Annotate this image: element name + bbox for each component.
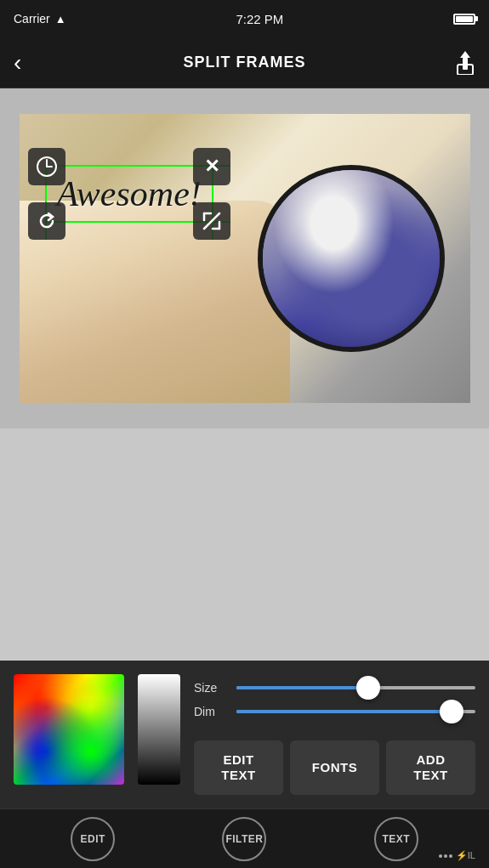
status-left: Carrier ▲	[14, 12, 66, 26]
carrier-label: Carrier	[14, 12, 50, 26]
circle-overlay[interactable]	[258, 165, 445, 352]
share-icon	[455, 51, 475, 75]
dim-label: Dim	[194, 705, 228, 718]
dim-slider-fill	[236, 710, 452, 713]
handle-close[interactable]: ✕	[193, 148, 230, 185]
dim-slider-track[interactable]	[236, 710, 475, 713]
dim-slider-row: Dim	[194, 705, 475, 718]
edit-tab-circle[interactable]: EDIT	[71, 817, 115, 861]
canvas-area: ✕ Awesome!	[0, 88, 489, 428]
text-tab-label: TEXT	[382, 833, 410, 845]
handle-timer[interactable]	[28, 148, 65, 185]
text-overlay-container[interactable]: ✕ Awesome!	[45, 165, 213, 223]
tab-filter[interactable]: FILTER	[222, 817, 266, 861]
status-bar: Carrier ▲ 7:22 PM	[0, 0, 489, 37]
wifi-icon: ▲	[55, 13, 66, 26]
svg-marker-1	[460, 51, 470, 58]
nav-bar: ‹ SPLIT FRAMES	[0, 37, 489, 88]
back-arrow-icon: ‹	[14, 49, 21, 77]
share-button[interactable]	[441, 51, 475, 75]
close-icon: ✕	[204, 156, 219, 178]
circle-photo	[263, 170, 440, 347]
filter-tab-label: FILTER	[225, 833, 263, 845]
status-right	[453, 14, 475, 25]
battery-icon	[453, 14, 475, 25]
add-text-button[interactable]: ADD TEXT	[386, 740, 475, 795]
controls-row: Size Dim EDIT TEXT FON	[14, 674, 475, 795]
watermark: ⚡IL	[439, 850, 475, 861]
size-slider-track[interactable]	[236, 686, 475, 689]
bottom-panel: Size Dim EDIT TEXT FON	[0, 661, 489, 808]
tab-edit[interactable]: EDIT	[71, 817, 115, 861]
back-button[interactable]: ‹	[14, 49, 48, 77]
overlay-text[interactable]: Awesome!	[57, 174, 202, 213]
tab-bar: EDIT FILTER TEXT ⚡IL	[0, 808, 489, 868]
gray-gradient[interactable]	[138, 674, 180, 785]
color-picker[interactable]	[14, 674, 124, 785]
sliders-section: Size Dim EDIT TEXT FON	[194, 674, 475, 795]
size-slider-thumb[interactable]	[356, 676, 380, 700]
edit-tab-label: EDIT	[80, 833, 105, 845]
fonts-button[interactable]: FONTS	[290, 740, 379, 795]
dim-slider-thumb[interactable]	[440, 700, 463, 723]
watermark-dots	[439, 854, 452, 858]
svg-line-4	[204, 213, 219, 229]
handle-refresh[interactable]	[28, 202, 65, 240]
size-slider-row: Size	[194, 681, 475, 695]
text-tab-circle[interactable]: TEXT	[374, 817, 418, 861]
size-label: Size	[194, 681, 228, 695]
status-time: 7:22 PM	[236, 12, 283, 26]
selection-box[interactable]: ✕ Awesome!	[45, 165, 213, 223]
refresh-icon	[36, 210, 58, 232]
image-container[interactable]: ✕ Awesome!	[20, 114, 470, 403]
tab-text[interactable]: TEXT	[374, 817, 418, 861]
edit-text-button[interactable]: EDIT TEXT	[194, 740, 283, 795]
watermark-brand: ⚡IL	[456, 850, 475, 861]
page-title: SPLIT FRAMES	[183, 54, 305, 71]
timer-icon	[35, 155, 59, 179]
handle-resize[interactable]	[193, 202, 230, 240]
resize-icon	[201, 210, 223, 232]
action-buttons: EDIT TEXT FONTS ADD TEXT	[194, 740, 475, 795]
filter-tab-circle[interactable]: FILTER	[222, 817, 266, 861]
size-slider-fill	[236, 686, 368, 689]
